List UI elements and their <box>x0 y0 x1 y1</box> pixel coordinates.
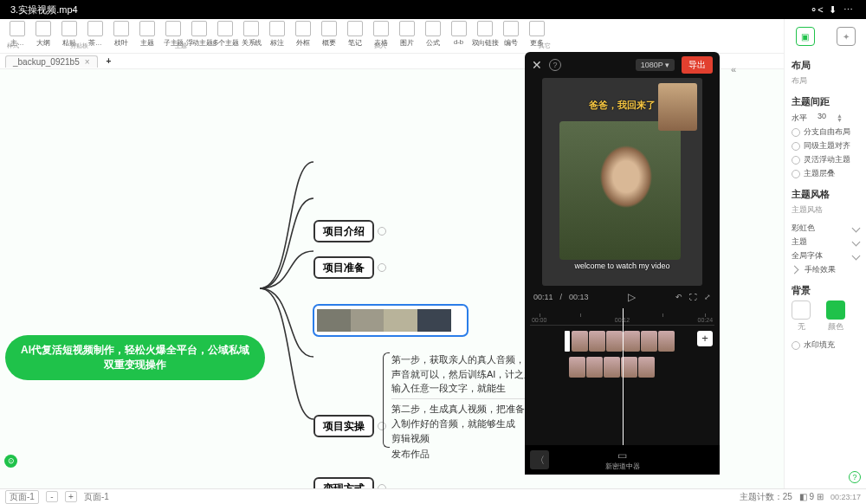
help-icon[interactable]: ? <box>549 59 561 71</box>
subtopic-step4[interactable]: 发布作品 <box>391 447 430 462</box>
swatch <box>384 309 417 332</box>
radio-opt[interactable] <box>792 128 800 137</box>
video-editor-overlay: ✕ ? 1080P ▾ 导出 爸爸，我回来了 welcome to watch … <box>525 52 720 475</box>
undo-icon[interactable]: ↶ <box>675 293 682 301</box>
bracket <box>383 352 390 448</box>
tb-topic[interactable]: 主题 <box>135 21 159 48</box>
bg-color[interactable] <box>826 300 845 320</box>
tb-formula[interactable]: 公式 <box>421 21 445 48</box>
video-track2[interactable] <box>569 357 714 378</box>
close-icon[interactable]: ✕ <box>532 58 542 72</box>
close-icon[interactable]: × <box>85 57 90 67</box>
add-clip-button[interactable]: + <box>697 331 713 346</box>
tb-link[interactable]: 双向链接 <box>473 21 497 48</box>
video-track[interactable] <box>565 331 714 352</box>
preview-figure <box>559 121 681 260</box>
resolution-dropdown[interactable]: 1080P ▾ <box>636 59 675 71</box>
view-icons[interactable]: ◧ 9 ⊞ <box>799 492 824 501</box>
tb-callout[interactable]: 标注 <box>265 21 289 48</box>
format-panel: ▣ ✦ 布局 布局 主题间距 水平 30 ▲▼ 分支自由布局 同级主题对齐 灵活… <box>784 19 866 488</box>
stepper-icon[interactable]: ▲▼ <box>837 113 843 122</box>
swatch <box>317 309 351 332</box>
radio-watermark[interactable] <box>792 341 800 350</box>
add-tab-button[interactable]: + <box>107 56 112 66</box>
video-timestamp: 00:23:17 <box>830 493 861 501</box>
tb-branch[interactable]: 枝叶 <box>109 21 133 48</box>
topic-count: 主题计数：25 <box>740 491 792 503</box>
radio-opt[interactable] <box>792 142 800 151</box>
zoom-out-button[interactable]: - <box>46 491 58 502</box>
help-icon[interactable]: ? <box>849 471 861 483</box>
section-bg: 背景 <box>792 284 859 297</box>
playhead[interactable] <box>623 308 624 445</box>
radio-opt[interactable] <box>792 156 800 165</box>
tb-multi[interactable]: 多个主题 <box>213 21 237 48</box>
export-button[interactable]: 导出 <box>682 56 713 74</box>
subtopic-step2[interactable]: 第二步，生成真人视频，把准备导入制作好的音频，就能够生成 <box>391 398 534 430</box>
panel-tab-style[interactable]: ✦ <box>837 27 856 46</box>
time-total: 00:13 <box>569 293 589 301</box>
subtopic-step3[interactable]: 剪辑视频 <box>391 431 430 446</box>
topic-intro[interactable]: 项目介绍 <box>313 220 374 242</box>
download-icon[interactable]: ⬇ <box>824 4 840 16</box>
timeline[interactable]: 00:00 00:12 00:24 + <box>525 308 720 445</box>
radio-opt[interactable] <box>792 170 800 178</box>
subtopic-step1[interactable]: 第一步，获取亲人的真人音频，话声音就可以，然后训练AI，计之后输入任意一段文字，… <box>391 352 534 396</box>
spacing-value[interactable]: 30 <box>811 112 833 124</box>
swatch <box>351 309 385 332</box>
tb-float[interactable]: 浮动主题 <box>187 21 211 48</box>
document-tab[interactable]: _backup_0921b5× <box>5 55 98 68</box>
topic-selected[interactable] <box>313 304 469 337</box>
section-layout: 布局 <box>792 59 859 72</box>
tb-note[interactable]: 笔记 <box>343 21 367 48</box>
chevron-down-icon[interactable] <box>852 224 861 233</box>
chevron-down-icon[interactable] <box>852 252 861 261</box>
expand-icon[interactable] <box>378 263 386 272</box>
tb-number[interactable]: 编号 <box>499 21 523 48</box>
tb-relation[interactable]: 关系线 <box>239 21 263 48</box>
chat-icon[interactable]: ⊙ <box>4 455 17 468</box>
page-name[interactable]: 页面-1 <box>84 491 109 503</box>
mindmap-canvas[interactable]: AI代复活短视频制作，轻松火爆全平台，公域私域双重变现操作 项目介绍 项目准备 … <box>0 69 866 488</box>
time-current: 00:11 <box>533 293 553 301</box>
section-spacing: 主题间距 <box>792 95 859 108</box>
main-toolbar: 主… 大纲 粘贴 茶… 枝叶 主题 子主题 浮动主题 多个主题 关系线 标注 外… <box>0 19 866 54</box>
collapse-panel-icon[interactable]: « <box>731 64 736 74</box>
crop-icon[interactable]: ⛶ <box>689 293 697 301</box>
chevron-down-icon[interactable] <box>852 238 861 247</box>
tb-boundary[interactable]: 外框 <box>291 21 315 48</box>
bottom-tool[interactable]: 新密道中器 <box>605 449 640 471</box>
status-bar: 页面-1 - + 页面-1 主题计数：25 ◧ 9 ⊞ 00:23:17 <box>0 488 866 504</box>
zoom-in-button[interactable]: + <box>65 491 77 502</box>
expand-icon[interactable] <box>378 227 386 236</box>
tb-image[interactable]: 图片 <box>395 21 419 48</box>
play-button[interactable]: ▷ <box>596 291 669 303</box>
bg-none[interactable] <box>792 300 811 320</box>
tb-outline[interactable]: 大纲 <box>31 21 55 48</box>
page-indicator[interactable]: 页面-1 <box>5 490 39 504</box>
tb-db[interactable]: d-b <box>447 21 471 46</box>
swatch <box>451 309 464 332</box>
fullscreen-icon[interactable]: ⤢ <box>704 293 711 301</box>
caption-top: 爸爸，我回来了 <box>542 99 702 112</box>
section-theme-style: 主题风格 <box>792 188 859 201</box>
swatch <box>417 309 451 332</box>
tb-summary[interactable]: 概要 <box>317 21 341 48</box>
more-icon[interactable]: ⋯ <box>840 4 856 16</box>
topic-prep[interactable]: 项目准备 <box>313 256 374 279</box>
panel-tab-layout[interactable]: ▣ <box>796 27 815 46</box>
topic-practice[interactable]: 项目实操 <box>313 415 374 437</box>
video-preview[interactable]: 爸爸，我回来了 welcome to watch my video <box>542 78 702 286</box>
caption-bottom: welcome to watch my video <box>542 262 702 270</box>
root-topic[interactable]: AI代复活短视频制作，轻松火爆全平台，公域私域双重变现操作 <box>5 335 265 380</box>
back-button[interactable]: 〈 <box>530 450 549 469</box>
window-title: 3.实操视频.mp4 <box>10 3 809 16</box>
share-icon[interactable]: ⚬< <box>809 4 824 16</box>
